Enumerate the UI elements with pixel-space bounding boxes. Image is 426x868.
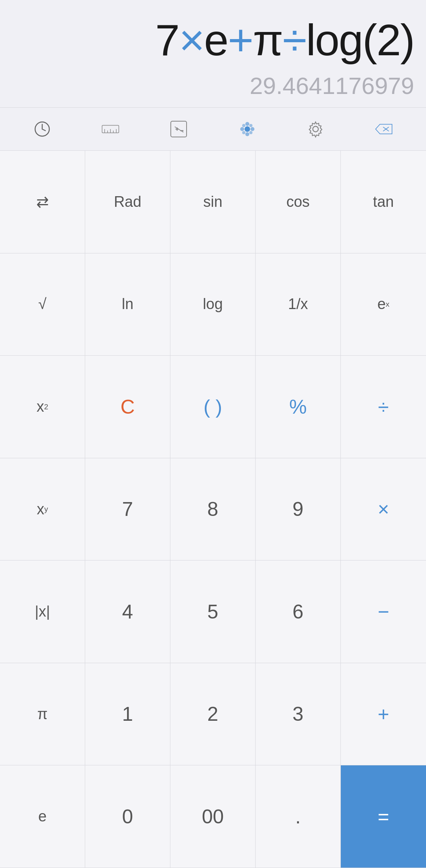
zero-btn[interactable]: 0 [85, 765, 170, 868]
sqrt-btn[interactable]: √ [0, 253, 85, 356]
double-zero-btn[interactable]: 00 [170, 765, 256, 868]
percent-btn[interactable]: % [256, 356, 341, 458]
ruler-button[interactable] [96, 115, 125, 143]
two-btn[interactable]: 2 [170, 663, 256, 766]
result-line: 29.4641176979 [12, 72, 414, 99]
backspace-button[interactable] [370, 115, 398, 143]
cos-btn[interactable]: cos [256, 151, 341, 253]
expression-line: 7×e+π÷log(2) [12, 16, 414, 64]
calculator-grid: ⇄ Rad sin cos tan √ ln log 1/x ex x2 C (… [0, 150, 426, 868]
exp-btn[interactable]: ex [341, 253, 426, 356]
expr-div: ÷ [282, 15, 306, 65]
expr-7: 7 [155, 15, 179, 65]
svg-point-15 [240, 127, 244, 131]
expr-plus: + [228, 15, 253, 65]
minus-btn[interactable]: − [341, 561, 426, 663]
plusminus-button[interactable] [164, 115, 193, 143]
power-btn[interactable]: xy [0, 458, 85, 561]
svg-point-21 [313, 126, 318, 132]
seven-btn[interactable]: 7 [85, 458, 170, 561]
swap-btn[interactable]: ⇄ [0, 151, 85, 253]
euler-btn[interactable]: e [0, 765, 85, 868]
svg-point-12 [245, 126, 250, 132]
display-area: 7×e+π÷log(2) 29.4641176979 [0, 0, 426, 107]
ln-btn[interactable]: ln [85, 253, 170, 356]
paren-btn[interactable]: ( ) [170, 356, 256, 458]
equals-btn[interactable]: = [341, 765, 426, 868]
square-btn[interactable]: x2 [0, 356, 85, 458]
svg-point-13 [245, 122, 249, 126]
six-btn[interactable]: 6 [256, 561, 341, 663]
five-btn[interactable]: 5 [170, 561, 256, 663]
history-button[interactable] [28, 115, 56, 143]
expr-times: × [179, 15, 204, 65]
svg-point-20 [249, 131, 252, 134]
multiply-btn[interactable]: × [341, 458, 426, 561]
clear-btn[interactable]: C [85, 356, 170, 458]
abs-btn[interactable]: |x| [0, 561, 85, 663]
toolbar [0, 107, 426, 150]
svg-point-17 [242, 124, 245, 127]
decimal-btn[interactable]: . [256, 765, 341, 868]
nine-btn[interactable]: 9 [256, 458, 341, 561]
svg-point-18 [249, 124, 252, 127]
expr-log2: log(2) [306, 15, 414, 65]
expr-e: e [204, 15, 228, 65]
theme-button[interactable] [233, 115, 262, 143]
sin-btn[interactable]: sin [170, 151, 256, 253]
settings-button[interactable] [301, 115, 330, 143]
tan-btn[interactable]: tan [341, 151, 426, 253]
svg-point-19 [242, 131, 245, 134]
four-btn[interactable]: 4 [85, 561, 170, 663]
log-btn[interactable]: log [170, 253, 256, 356]
rad-btn[interactable]: Rad [85, 151, 170, 253]
expr-pi: π [253, 15, 282, 65]
eight-btn[interactable]: 8 [170, 458, 256, 561]
divide-btn[interactable]: ÷ [341, 356, 426, 458]
three-btn[interactable]: 3 [256, 663, 341, 766]
svg-point-16 [250, 127, 254, 131]
one-btn[interactable]: 1 [85, 663, 170, 766]
svg-point-14 [245, 132, 249, 136]
plus-btn[interactable]: + [341, 663, 426, 766]
pi-btn[interactable]: π [0, 663, 85, 766]
reciprocal-btn[interactable]: 1/x [256, 253, 341, 356]
